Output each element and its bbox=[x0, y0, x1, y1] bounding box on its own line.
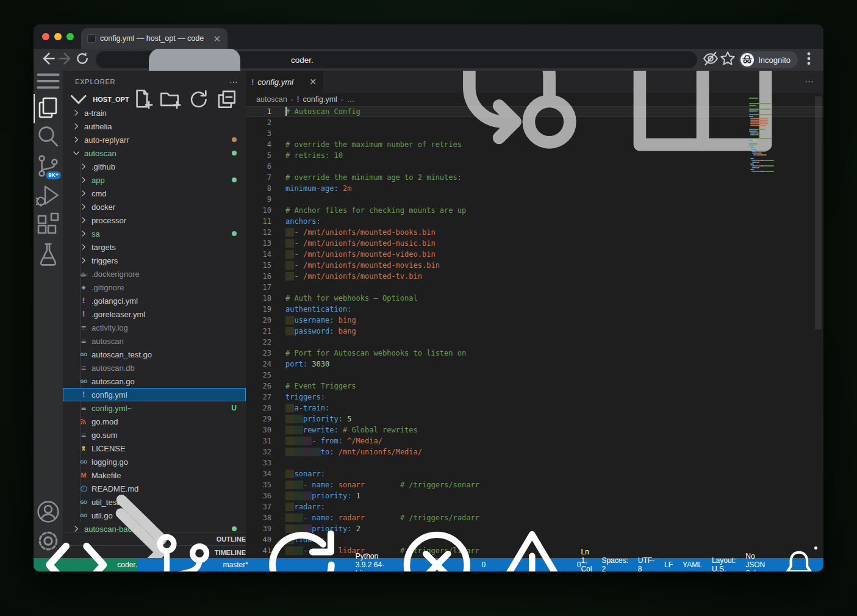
tree-item-go-sum[interactable]: ≡go.sum bbox=[63, 428, 246, 442]
account-button[interactable] bbox=[34, 498, 63, 528]
tree-item-app[interactable]: app bbox=[63, 173, 246, 187]
tree-item-auto-replyarr[interactable]: auto-replyarr bbox=[63, 133, 246, 146]
code-line[interactable]: 13 - /mnt/unionfs/mounted-music.bin bbox=[246, 238, 823, 249]
notifications-button[interactable] bbox=[782, 548, 816, 571]
code-line[interactable]: 22 bbox=[246, 337, 823, 348]
tree-item-cmd[interactable]: cmd bbox=[63, 187, 246, 200]
code-line[interactable]: 35 - name: sonarr # /triggers/sonarr bbox=[246, 479, 823, 490]
status-item-no-json-schema[interactable]: No JSON Schema bbox=[745, 552, 772, 571]
code-line[interactable]: 4# override the maximum number of retrie… bbox=[246, 139, 823, 150]
tree-item--dockerignore[interactable]: .dockerignore bbox=[63, 267, 246, 281]
tree-item-go-mod[interactable]: go.mod bbox=[63, 415, 246, 428]
minimize-window-button[interactable] bbox=[54, 33, 62, 40]
tree-item-autoscan-db[interactable]: ≡autoscan.db bbox=[63, 361, 246, 374]
code-editor[interactable]: 1# Autoscan Config234# override the maxi… bbox=[246, 106, 823, 558]
tree-item-config-yml[interactable]: !config.yml bbox=[63, 388, 246, 401]
sync-changes-button[interactable] bbox=[257, 520, 346, 571]
code-line[interactable]: 14 - /mnt/unionfs/mounted-video.bin bbox=[246, 249, 823, 260]
workspace-section-header[interactable]: HOST_OPT bbox=[63, 92, 246, 106]
code-line[interactable]: 1# Autoscan Config bbox=[246, 106, 823, 117]
application-menu-button[interactable] bbox=[34, 71, 63, 94]
browser-tab[interactable]: config.yml — host_opt — code ✕ bbox=[81, 28, 228, 49]
python-interpreter-status[interactable]: Python 3.9.2 64-bit bbox=[356, 552, 385, 571]
tree-item-autoscan-go[interactable]: GOautoscan.go bbox=[63, 374, 246, 388]
code-line[interactable]: 33 bbox=[246, 457, 823, 468]
code-line[interactable]: 19authentication: bbox=[246, 304, 823, 315]
code-line[interactable]: 25 bbox=[246, 370, 823, 381]
code-line[interactable]: 15 - /mnt/unionfs/mounted-movies.bin bbox=[246, 260, 823, 271]
status-item-lf[interactable]: LF bbox=[664, 560, 673, 569]
minimap[interactable] bbox=[749, 98, 792, 173]
code-line[interactable]: 9 bbox=[246, 194, 823, 205]
activity-search-button[interactable] bbox=[34, 123, 63, 152]
tracking-protection-button[interactable] bbox=[702, 51, 719, 68]
activity-source-control-button[interactable]: 9K+ bbox=[34, 152, 63, 182]
reload-button[interactable] bbox=[74, 51, 91, 68]
code-line[interactable]: 12 - /mnt/unionfs/mounted-books.bin bbox=[246, 227, 823, 238]
back-button[interactable] bbox=[40, 51, 57, 68]
new-tab-button[interactable] bbox=[236, 24, 419, 44]
tree-item-autoscan-test-go[interactable]: GOautoscan_test.go bbox=[63, 348, 246, 361]
tree-item-processor[interactable]: processor bbox=[63, 213, 246, 227]
breadcrumb-file[interactable]: config.yml bbox=[303, 95, 337, 104]
code-line[interactable]: 24port: 3030 bbox=[246, 359, 823, 370]
code-line[interactable]: 26# Event Triggers bbox=[246, 381, 823, 392]
code-line[interactable]: 30 rewrite: # Global rewrites bbox=[246, 424, 823, 435]
code-line[interactable]: 5# retries: 10 bbox=[246, 150, 823, 161]
tree-item--gitignore[interactable]: ◆.gitignore bbox=[63, 281, 246, 294]
maximize-window-button[interactable] bbox=[66, 33, 74, 40]
editor-scrollbar[interactable] bbox=[815, 96, 822, 329]
tree-item--goreleaser-yml[interactable]: !.goreleaser.yml bbox=[63, 307, 246, 321]
editor-tab-configyml[interactable]: ! config.yml ✕ bbox=[246, 71, 323, 93]
close-tab-icon[interactable]: ✕ bbox=[309, 77, 317, 87]
bookmark-button[interactable] bbox=[719, 51, 736, 68]
code-line[interactable]: 16 - /mnt/unionfs/mounted-tv.bin bbox=[246, 271, 823, 282]
editor-more-actions-button[interactable]: ⋯ bbox=[805, 76, 814, 87]
code-line[interactable]: 10# Anchor files for checking mounts are… bbox=[246, 205, 823, 216]
tree-item-autoscan[interactable]: ≡autoscan bbox=[63, 334, 246, 348]
address-bar[interactable]: coder. bbox=[96, 51, 697, 68]
tree-item-sa[interactable]: sa bbox=[63, 227, 246, 240]
code-line[interactable]: 21 password: bang bbox=[246, 326, 823, 337]
status-item-spaces-2[interactable]: Spaces: 2 bbox=[601, 556, 628, 571]
activity-testing-button[interactable] bbox=[34, 240, 63, 270]
tree-item-docker[interactable]: docker bbox=[63, 200, 246, 213]
code-line[interactable]: 36 priority: 1 bbox=[246, 490, 823, 501]
tree-item-a-train[interactable]: a-train bbox=[63, 106, 246, 120]
status-item-layout-u-s[interactable]: Layout: U.S. bbox=[712, 556, 736, 571]
code-line[interactable]: 31 - from: ^/Media/ bbox=[246, 435, 823, 446]
status-item-yaml[interactable]: YAML bbox=[683, 560, 702, 569]
tree-item-targets[interactable]: targets bbox=[63, 240, 246, 254]
code-line[interactable]: 34 sonarr: bbox=[246, 468, 823, 479]
tree-item-activity-log[interactable]: ≡activity.log bbox=[63, 321, 246, 334]
tree-item--github[interactable]: .github bbox=[63, 160, 246, 173]
chrome-menu-button[interactable] bbox=[800, 51, 817, 68]
code-line[interactable]: 23# Port for Autoscan webhooks to listen… bbox=[246, 348, 823, 359]
tree-item-authelia[interactable]: authelia bbox=[63, 120, 246, 133]
status-item-ln-1-col-1[interactable]: Ln 1, Col 1 bbox=[581, 548, 592, 571]
code-line[interactable]: 3 bbox=[246, 128, 823, 139]
code-line[interactable]: 29 priority: 5 bbox=[246, 414, 823, 424]
breadcrumb-folder[interactable]: autoscan bbox=[256, 95, 287, 104]
code-line[interactable]: 11anchors: bbox=[246, 216, 823, 227]
tree-item--golangci-yml[interactable]: !.golangci.yml bbox=[63, 294, 246, 307]
tree-item-autoscan[interactable]: autoscan bbox=[63, 146, 246, 160]
code-line[interactable]: 32 to: /mnt/unionfs/Media/ bbox=[246, 446, 823, 457]
activity-explorer-button[interactable] bbox=[34, 94, 63, 123]
code-line[interactable]: 28 a-train: bbox=[246, 403, 823, 414]
code-line[interactable]: 7# override the minimum age to 2 minutes… bbox=[246, 172, 823, 183]
code-line[interactable]: 27triggers: bbox=[246, 392, 823, 403]
close-window-button[interactable] bbox=[42, 33, 49, 40]
tab-close-icon[interactable]: ✕ bbox=[211, 34, 223, 44]
problems-status[interactable]: 0 0 bbox=[395, 523, 581, 571]
forward-button[interactable] bbox=[57, 51, 74, 68]
tree-item-config-yml-[interactable]: ≡config.yml~U bbox=[63, 401, 246, 415]
status-item-utf-8[interactable]: UTF-8 bbox=[638, 556, 654, 571]
activity-run-debug-button[interactable] bbox=[34, 182, 63, 211]
tree-item-triggers[interactable]: triggers bbox=[63, 254, 246, 267]
tree-item-license[interactable]: LICENSE bbox=[63, 442, 246, 455]
code-line[interactable]: 8minimum-age: 2m bbox=[246, 183, 823, 194]
remote-indicator[interactable]: coder. bbox=[34, 558, 137, 571]
activity-extensions-button[interactable] bbox=[34, 211, 63, 240]
code-line[interactable]: 17 bbox=[246, 282, 823, 293]
